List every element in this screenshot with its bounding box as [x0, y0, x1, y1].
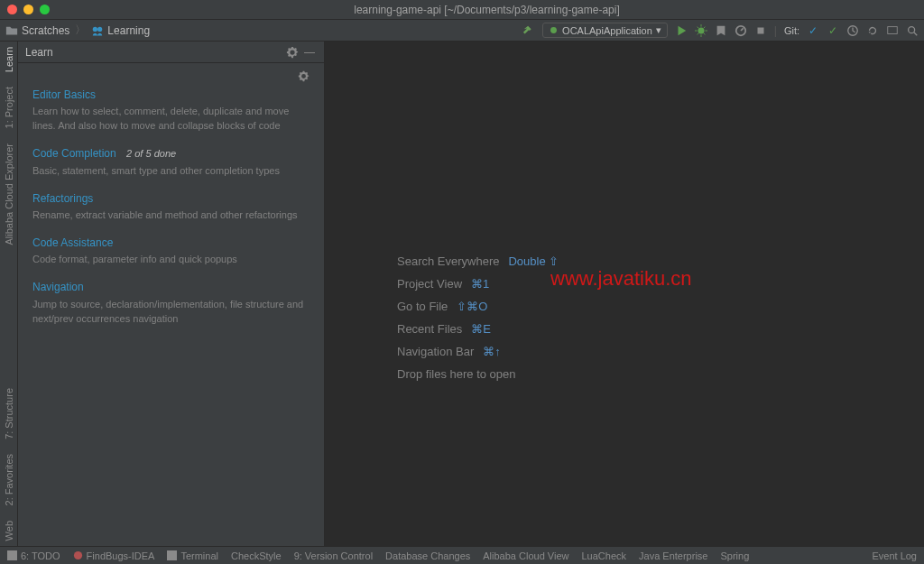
svg-rect-7	[888, 26, 898, 33]
lesson-refactorings-desc: Rename, extract variable and method and …	[32, 208, 310, 223]
lesson-code-assistance[interactable]: Code Assistance	[32, 236, 310, 251]
gear-icon[interactable]	[286, 46, 299, 59]
lesson-navigation-desc: Jump to source, declaration/implementati…	[32, 298, 310, 327]
main-toolbar: Scratches 〉 Learning OCALApiApplication …	[0, 20, 924, 42]
folder-icon	[5, 25, 18, 36]
git-update-icon[interactable]: ✓	[807, 24, 819, 37]
hint-goto-label: Go to File	[397, 300, 448, 313]
sidebar-tab-learn[interactable]: Learn	[4, 47, 14, 72]
lesson-refactorings[interactable]: Refactorings	[32, 191, 310, 207]
bottom-luacheck[interactable]: LuaCheck	[581, 550, 626, 561]
ide-icon[interactable]	[886, 24, 899, 37]
hint-search-label: Search Everywhere	[397, 254, 499, 268]
coverage-button[interactable]	[715, 24, 727, 37]
watermark-text: www.javatiku.cn	[550, 267, 692, 291]
svg-point-10	[74, 551, 82, 559]
learn-tool-window: Learn — Editor Basics Learn how to selec…	[18, 42, 325, 546]
bottom-java-enterprise[interactable]: Java Enterprise	[639, 550, 707, 561]
hint-navbar-label: Navigation Bar	[397, 345, 474, 358]
hint-search-key: Double ⇧	[508, 254, 559, 268]
bottom-alibaba-cloud-view[interactable]: Alibaba Cloud View	[483, 550, 568, 561]
git-history-icon[interactable]	[846, 24, 859, 37]
bottom-spring[interactable]: Spring	[720, 550, 749, 561]
breadcrumb-separator: 〉	[73, 23, 88, 38]
svg-point-8	[909, 26, 915, 32]
lesson-code-completion[interactable]: Code Completion 2 of 5 done	[32, 146, 310, 162]
svg-point-0	[93, 26, 97, 31]
search-icon[interactable]	[906, 24, 919, 37]
run-config-label: OCALApiApplication	[562, 25, 652, 36]
sidebar-tab-structure[interactable]: 7: Structure	[4, 388, 14, 439]
hint-project-label: Project View	[397, 277, 462, 291]
git-commit-icon[interactable]: ✓	[827, 24, 839, 37]
window-title: learning-game-api [~/Documents/p3/learni…	[50, 4, 924, 16]
lesson-code-completion-desc: Basic, statement, smart type and other c…	[32, 164, 310, 179]
lesson-navigation[interactable]: Navigation	[32, 280, 310, 295]
git-revert-icon[interactable]	[866, 24, 879, 37]
build-icon[interactable]	[522, 24, 535, 37]
hint-recent-key: ⌘E	[471, 322, 491, 336]
group-icon	[91, 25, 104, 36]
bottom-todo[interactable]: 6: TODO	[7, 550, 60, 561]
sidebar-tab-favorites[interactable]: 2: Favorites	[4, 454, 14, 505]
sidebar-tab-cloud-explorer[interactable]: Alibaba Cloud Explorer	[4, 143, 14, 245]
editor-hints: Search EverywhereDouble ⇧ Project View⌘1…	[397, 254, 559, 390]
learn-header: Learn —	[18, 42, 324, 63]
chevron-down-icon: ▾	[656, 24, 661, 36]
breadcrumb-scratches[interactable]: Scratches	[22, 24, 69, 37]
fullscreen-button[interactable]	[40, 5, 50, 14]
hint-recent-label: Recent Files	[397, 322, 462, 336]
hint-drop-label: Drop files here to open	[397, 367, 516, 381]
run-config-selector[interactable]: OCALApiApplication ▾	[542, 23, 668, 38]
bottom-event-log[interactable]: Event Log	[872, 550, 917, 561]
svg-rect-11	[167, 550, 177, 560]
mac-titlebar: learning-game-api [~/Documents/p3/learni…	[0, 0, 924, 20]
hint-goto-key: ⇧⌘O	[457, 300, 487, 313]
bottom-checkstyle[interactable]: CheckStyle	[231, 550, 282, 561]
svg-point-3	[698, 27, 704, 33]
bottom-findbugs[interactable]: FindBugs-IDEA	[73, 550, 155, 561]
svg-point-2	[550, 27, 557, 33]
svg-rect-5	[757, 27, 763, 33]
left-tool-strip: Learn 1: Project Alibaba Cloud Explorer …	[0, 42, 18, 546]
bottom-tool-bar: 6: TODO FindBugs-IDEA Terminal CheckStyl…	[0, 546, 924, 564]
profiler-button[interactable]	[735, 24, 747, 37]
learn-body: Editor Basics Learn how to select, comme…	[18, 63, 324, 348]
bottom-db-changes[interactable]: Database Changes	[385, 550, 470, 561]
toolbar-right: OCALApiApplication ▾ | Git: ✓ ✓	[522, 23, 919, 38]
hint-project-key: ⌘1	[471, 277, 489, 291]
sidebar-tab-project[interactable]: 1: Project	[4, 87, 14, 128]
mac-window-controls	[0, 5, 50, 14]
lesson-editor-basics[interactable]: Editor Basics	[32, 88, 310, 103]
minimize-panel-icon[interactable]: —	[304, 46, 317, 59]
editor-empty-area[interactable]: Search EverywhereDouble ⇧ Project View⌘1…	[325, 42, 924, 546]
lesson-progress: 2 of 5 done	[126, 148, 176, 159]
sidebar-tab-web[interactable]: Web	[4, 521, 14, 541]
hint-navbar-key: ⌘↑	[483, 345, 501, 358]
lesson-editor-basics-desc: Learn how to select, comment, delete, du…	[32, 105, 310, 134]
breadcrumb-learning[interactable]: Learning	[107, 24, 150, 37]
svg-point-1	[97, 26, 102, 31]
git-label: Git:	[784, 25, 799, 36]
svg-rect-9	[7, 550, 17, 560]
debug-button[interactable]	[695, 24, 707, 37]
gear-icon[interactable]	[298, 70, 310, 82]
run-button[interactable]	[675, 24, 688, 37]
stop-button[interactable]	[754, 24, 767, 37]
bottom-version-control[interactable]: 9: Version Control	[294, 550, 373, 561]
minimize-button[interactable]	[23, 5, 33, 14]
lesson-code-assistance-desc: Code format, parameter info and quick po…	[32, 253, 310, 267]
learn-header-title: Learn	[25, 46, 53, 59]
bottom-terminal[interactable]: Terminal	[167, 550, 218, 561]
breadcrumb: Scratches 〉 Learning	[5, 23, 150, 38]
close-button[interactable]	[7, 5, 17, 14]
